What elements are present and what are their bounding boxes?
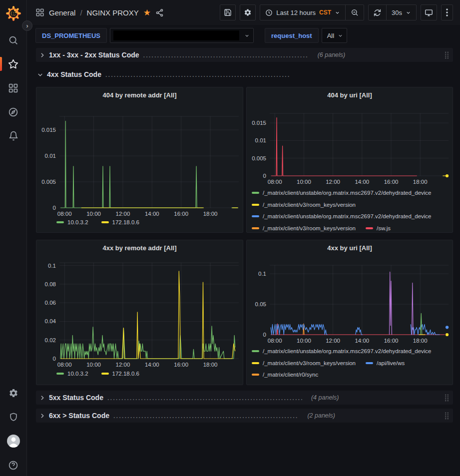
time-series-plot[interactable]: 00.0050.010.01508:0010:0012:0014:0016:00… [36,87,243,223]
dashboard-settings-button[interactable] [240,4,256,20]
row-drag-handle[interactable] [445,394,449,402]
legend-item[interactable]: /_matrix/client/unstable/org.matrix.msc2… [252,347,432,356]
sidebar-item-configuration[interactable] [0,386,26,400]
legend-item[interactable]: /_matrix/client/unstable/org.matrix.msc2… [252,212,432,221]
legend-label: /_matrix/client/unstable/org.matrix.msc2… [263,212,432,221]
panel-legend: 10.0.3.2172.18.0.6 [56,219,139,225]
row-panel-count: (2 panels) [307,412,335,419]
legend-label: /_matrix/client/v3/room_keys/version [263,359,356,368]
legend-label: /_matrix/client/v3/room_keys/version [263,200,356,209]
legend-item[interactable]: /_matrix/client/unstable/org.matrix.msc2… [252,188,432,197]
legend-label: /api/live/ws [377,359,405,368]
svg-text:16:00: 16:00 [384,179,399,185]
header-actions: Last 12 hours CST 30s [220,4,453,20]
sidebar-expand-button[interactable]: › [22,20,32,31]
legend-item[interactable]: 10.0.3.2 [56,219,88,225]
row-header-6xx[interactable]: 6xx > Status Code ......................… [36,409,453,423]
row-drag-handle[interactable] [445,51,449,59]
chevron-down-icon [335,10,340,15]
sidebar-item-help[interactable] [0,458,26,472]
tv-icon [425,8,433,17]
refresh-interval-label: 30s [392,9,402,16]
panel-title[interactable]: 4xx by remote addr [All] [36,240,243,252]
refresh-button[interactable] [369,5,386,20]
variable-request-host-select[interactable]: All [322,28,347,43]
sidebar-item-server-admin[interactable] [0,410,26,424]
zoom-out-button[interactable] [345,5,364,20]
time-series-chart[interactable]: 00.0050.010.01508:0010:0012:0014:0016:00… [247,87,453,232]
time-range-picker[interactable]: Last 12 hours CST [260,5,345,20]
sidebar-item-explore[interactable] [0,105,26,119]
legend-label: /_matrix/client/unstable/org.matrix.msc2… [263,188,432,197]
legend-item[interactable]: 10.0.3.2 [56,371,88,377]
sidebar-item-alerting[interactable] [0,129,26,143]
bell-icon [8,131,18,141]
svg-text:0.01: 0.01 [255,137,266,143]
svg-text:0.005: 0.005 [252,155,266,161]
legend-item[interactable]: /_matrix/client/v3/room_keys/version [252,200,356,209]
panel-title[interactable]: 404 by remote addr [All] [36,87,243,99]
legend-item[interactable]: /_matrix/client/v3/room_keys/version [252,359,356,368]
row-header-4xx[interactable]: 4xx Status Code ........................… [36,67,453,81]
refresh-interval-picker[interactable]: 30s [386,5,416,20]
more-options-button[interactable] [441,4,453,20]
panel-grid: 404 by remote addr [All] 00.0050.010.015… [36,87,453,385]
variable-ds-label[interactable]: DS_PROMETHEUS [35,28,107,43]
variable-ds-select[interactable] [110,28,254,43]
sidebar-item-dashboards[interactable] [0,81,26,95]
legend-item[interactable]: /_matrix/client/unstable/org.matrix.msc2… [252,382,432,386]
legend-swatch [252,192,259,194]
time-series-chart[interactable]: 00.020.040.060.080.108:0010:0012:0014:00… [36,240,243,385]
legend-label: /_matrix/client/unstable/org.matrix.msc2… [263,347,432,356]
svg-text:10:00: 10:00 [297,179,311,185]
chevron-right-icon [39,395,45,401]
apps-grid-icon [8,83,18,93]
sidebar-item-search[interactable] [0,33,26,47]
legend-label: 172.18.0.6 [112,219,139,225]
chevron-down-icon [406,10,411,15]
sidebar: › [0,0,27,476]
time-series-plot[interactable]: 00.020.040.060.080.108:0010:0012:0014:00… [36,240,243,374]
time-series-chart[interactable]: 00.0050.010.01508:0010:0012:0014:0016:00… [36,87,243,232]
dashboard-canvas: 1xx - 3xx - 2xx Status Code ............… [27,46,460,423]
legend-item[interactable]: /api/live/ws [366,359,405,368]
svg-text:08:00: 08:00 [57,362,72,368]
svg-text:12:00: 12:00 [326,179,340,185]
save-dashboard-button[interactable] [220,4,236,20]
row-header-1xx-3xx-2xx[interactable]: 1xx - 3xx - 2xx Status Code ............… [36,48,453,62]
panel-title[interactable]: 404 by uri [All] [247,87,453,99]
time-series-plot[interactable]: 00.050.108:0010:0012:0014:0016:0018:00 [247,240,453,350]
svg-text:16:00: 16:00 [174,211,188,217]
tv-mode-button[interactable] [421,4,437,20]
row-drag-handle[interactable] [445,412,449,420]
legend-item[interactable]: 172.18.0.6 [101,219,139,225]
legend-item[interactable]: 172.18.0.6 [101,371,139,377]
panel-title[interactable]: 4xx by uri [All] [247,240,453,252]
row-header-5xx[interactable]: 5xx Status Code ........................… [36,391,453,405]
legend-item[interactable]: /_matrix/client/v3/room_keys/version [252,224,356,233]
share-icon[interactable] [155,8,164,17]
legend-item[interactable]: /_matrix/client/r0/sync [252,370,318,379]
breadcrumb-separator: / [80,8,82,17]
svg-text:0.01: 0.01 [45,153,56,159]
time-series-chart[interactable]: 00.050.108:0010:0012:0014:0016:0018:00/_… [247,240,453,385]
svg-text:08:00: 08:00 [268,338,282,344]
time-series-plot[interactable]: 00.0050.010.01508:0010:0012:0014:0016:00… [247,87,453,191]
sidebar-item-profile[interactable] [0,434,26,448]
svg-text:0.08: 0.08 [45,281,56,287]
breadcrumb-section[interactable]: General [49,8,75,17]
svg-text:0.015: 0.015 [252,120,266,126]
sidebar-item-starred[interactable] [0,57,26,71]
legend-swatch [366,227,373,229]
panel-404-by-uri: 404 by uri [All] 00.0050.010.01508:0010:… [246,87,453,233]
legend-item[interactable]: /sw.js [366,224,391,233]
breadcrumb-title[interactable]: NGINX PROXY [87,8,139,17]
row-title: 4xx Status Code [47,70,101,78]
favorite-star-icon[interactable]: ★ [143,8,151,17]
variable-request-host-label[interactable]: request_host [265,28,319,43]
chevron-right-icon [39,413,45,419]
svg-text:0: 0 [53,356,56,362]
grafana-logo[interactable] [5,5,22,22]
breadcrumb: General / NGINX PROXY ★ [35,8,164,17]
svg-text:0.02: 0.02 [45,337,56,343]
